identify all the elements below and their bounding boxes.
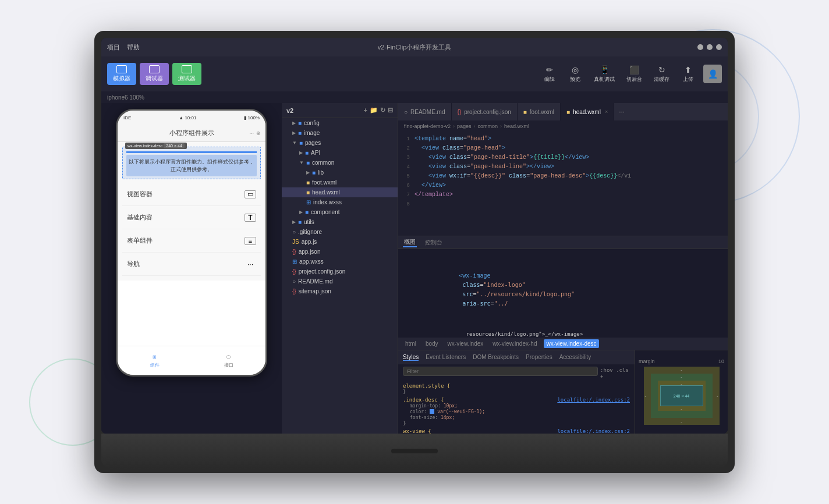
phone-bottom-nav: ⊞ 组件 ⬡ 接口 (118, 346, 265, 375)
html-tree-panel: <wx-image class="index-logo" src="../res… (398, 249, 728, 338)
tree-item-app-json[interactable]: {} app.json (282, 247, 398, 257)
toolbar-edit[interactable]: ✏ 编辑 (539, 65, 560, 83)
phone-section-basic: 基础内容 T (122, 206, 261, 229)
maximize-button[interactable] (707, 44, 713, 50)
test-mode-button[interactable]: 测试器 (172, 63, 201, 85)
folder-icon: ■ (305, 209, 309, 215)
tree-item-project-config[interactable]: {} project.config.json (282, 267, 398, 276)
tree-item-app-wxss[interactable]: ⊞ app.wxss (282, 257, 398, 267)
tree-item-image[interactable]: ▶ ■ image (282, 128, 398, 138)
html-tree-line-1[interactable]: <wx-image class="index-logo" src="../res… (398, 251, 728, 319)
styles-filter-input[interactable] (403, 367, 598, 376)
toolbar-device-debug[interactable]: 📱 真机调试 (590, 65, 618, 83)
phone-frame: IDE ▲ 10:01 ▮ 100% 小程序组件展示 ··· ⊕ (116, 109, 267, 377)
tree-item-component[interactable]: ▶ ■ component (282, 207, 398, 217)
tree-item-index-wxss[interactable]: ⊞ index.wxss (282, 197, 398, 207)
file-tree-panel: v2 + 📁 ↻ ⊟ ▶ ■ config (282, 103, 398, 434)
selector-wx-view-index-hd[interactable]: wx-view.index-hd (490, 339, 539, 348)
json-file-icon: {} (292, 288, 296, 294)
tab-head-wxml[interactable]: ■ head.wxml × (561, 103, 614, 120)
style-source-wx-view[interactable]: localfile:/.index.css:2 (557, 428, 630, 434)
tab-bar: ○ README.md {} project.config.json ■ foo… (398, 103, 728, 120)
toolbar-preview[interactable]: ◎ 预览 (565, 65, 586, 83)
toolbar-upload[interactable]: ⬆ 上传 (678, 65, 699, 83)
tree-item-config[interactable]: ▶ ■ config (282, 118, 398, 128)
styles-tab-accessibility[interactable]: Accessibility (559, 354, 591, 360)
file-new-icon[interactable]: + (364, 107, 367, 114)
tab-foot-wxml[interactable]: ■ foot.wxml (518, 103, 561, 120)
tab-close-icon[interactable]: × (605, 109, 608, 115)
title-bar: 项目 帮助 v2-FinClip小程序开发工具 (101, 38, 728, 56)
nav-icon: ··· (245, 260, 256, 268)
laptop-frame: 项目 帮助 v2-FinClip小程序开发工具 模拟器 (94, 31, 735, 473)
tree-item-readme[interactable]: ○ README.md (282, 276, 398, 286)
toolbar: 模拟器 调试器 测试器 ✏ 编辑 ◎ (101, 56, 728, 91)
file-refresh-icon[interactable]: ↻ (380, 107, 385, 114)
selector-wx-view-index-desc[interactable]: wx-view.index-desc (544, 339, 598, 348)
styles-tab-event-listeners[interactable]: Event Listeners (426, 354, 466, 360)
wxss-file-icon: ⊞ (292, 258, 297, 265)
styles-tab-dom-breakpoints[interactable]: DOM Breakpoints (473, 354, 519, 360)
tab-readme[interactable]: ○ README.md (398, 103, 452, 120)
phone-title-actions: ··· ⊕ (249, 130, 261, 136)
close-button[interactable] (716, 44, 722, 50)
phone-status-bar: IDE ▲ 10:01 ▮ 100% (118, 111, 265, 125)
folder-icon: ■ (305, 150, 309, 156)
panel-tab-overview[interactable]: 概图 (403, 238, 417, 247)
element-selector-bar: html body wx-view.index wx-view.index-hd… (398, 338, 728, 350)
nav-api[interactable]: ⬡ 接口 (223, 353, 235, 368)
nav-component[interactable]: ⊞ 组件 (149, 353, 161, 368)
simulate-mode-button[interactable]: 模拟器 (107, 63, 136, 85)
toolbar-clear-cache[interactable]: ↻ 清缓存 (650, 65, 673, 83)
bottom-panels: 概图 控制台 <wx-image class="index-logo" src=… (398, 236, 728, 434)
edit-icon: ✏ (546, 65, 553, 74)
tree-item-app-js[interactable]: JS app.js (282, 237, 398, 247)
file-icon: ○ (292, 229, 296, 235)
json-file-icon: {} (292, 249, 296, 255)
styles-tab-styles[interactable]: Styles (403, 354, 419, 361)
menu-project[interactable]: 项目 (107, 43, 120, 52)
code-editor[interactable]: 1 <template name="head"> 2 <view class="… (398, 132, 728, 236)
wxml-file-icon: ■ (306, 179, 310, 186)
code-line-3: 3 <view class="page-head-title">{{title}… (398, 153, 728, 162)
selector-wx-view-index[interactable]: wx-view.index (445, 339, 486, 348)
file-folder-icon[interactable]: 📁 (370, 107, 378, 114)
folder-icon: ■ (298, 120, 302, 126)
highlight-bar (126, 151, 257, 153)
laptop-screen: 项目 帮助 v2-FinClip小程序开发工具 模拟器 (101, 38, 728, 434)
box-model-margin-label: margin (639, 359, 655, 364)
tab-more-button[interactable]: ··· (614, 108, 629, 116)
tab-project-config[interactable]: {} project.config.json (452, 103, 518, 120)
tree-item-api[interactable]: ▶ ■ API (282, 148, 398, 158)
minimize-button[interactable] (697, 44, 703, 50)
folder-icon: ■ (298, 219, 302, 225)
tree-item-foot-wxml[interactable]: ■ foot.wxml (282, 178, 398, 187)
tree-item-gitignore[interactable]: ○ .gitignore (282, 227, 398, 237)
style-source-link[interactable]: localfile:/.index.css:2 (557, 397, 630, 403)
laptop-base (101, 434, 728, 468)
toolbar-background[interactable]: ⬛ 切后台 (623, 65, 646, 83)
tree-item-utils[interactable]: ▶ ■ utils (282, 217, 398, 227)
box-model-diagram: - - - - - (644, 367, 720, 425)
views-icon: ▭ (245, 190, 256, 198)
file-collapse-icon[interactable]: ⊟ (388, 107, 393, 114)
json-file-icon: {} (292, 268, 296, 275)
menu-help[interactable]: 帮助 (127, 43, 140, 52)
debug-mode-button[interactable]: 调试器 (140, 63, 169, 85)
tree-item-pages[interactable]: ▼ ■ pages (282, 138, 398, 148)
tree-item-sitemap[interactable]: {} sitemap.json (282, 286, 398, 296)
box-model-panel: margin 10 - - - - (635, 350, 728, 434)
style-rule-element: element.style { } (403, 383, 630, 395)
selector-html[interactable]: html (403, 339, 419, 348)
tree-item-lib[interactable]: ▶ ■ lib (282, 168, 398, 178)
panel-tab-console[interactable]: 控制台 (424, 239, 444, 247)
styles-tab-properties[interactable]: Properties (526, 354, 552, 360)
styles-panel-tabs: Styles Event Listeners DOM Breakpoints P… (398, 350, 635, 364)
tree-item-common[interactable]: ▼ ■ common (282, 158, 398, 168)
tree-item-head-wxml[interactable]: ■ head.wxml (282, 187, 398, 197)
js-file-icon: JS (292, 239, 299, 245)
selector-body[interactable]: body (423, 339, 441, 348)
user-avatar[interactable]: 👤 (703, 65, 722, 83)
api-nav-icon: ⬡ (223, 353, 235, 361)
preview-icon: ◎ (572, 65, 579, 74)
